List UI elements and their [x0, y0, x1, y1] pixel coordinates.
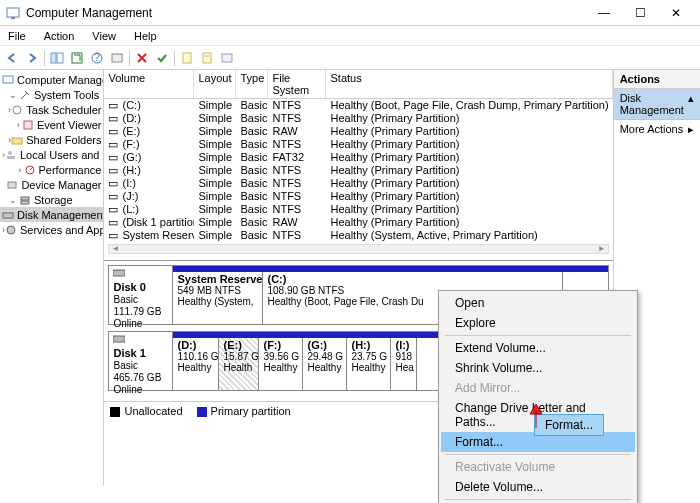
toolbar: ? [0, 46, 700, 70]
partition[interactable]: (D:)110.16 GHealthy [173, 338, 219, 390]
volume-row[interactable]: ▭System Reserved (K:)SimpleBasicNTFSHeal… [104, 229, 612, 242]
folder-icon [11, 133, 23, 146]
svg-rect-3 [57, 53, 63, 63]
partition[interactable]: System Reserve549 MB NTFSHealthy (System… [173, 272, 263, 324]
forward-icon[interactable] [24, 50, 40, 66]
partition[interactable]: (H:)23.75 GHealthy [347, 338, 391, 390]
partition[interactable]: (G:)29.48 GHealthy [303, 338, 347, 390]
refresh-icon[interactable] [69, 50, 85, 66]
chevron-right-icon: ▸ [688, 123, 694, 136]
volume-row[interactable]: ▭(L:)SimpleBasicNTFSHealthy (Primary Par… [104, 203, 612, 216]
svg-rect-14 [24, 121, 32, 129]
show-hide-icon[interactable] [49, 50, 65, 66]
menu-action[interactable]: Action [40, 28, 79, 44]
actions-context[interactable]: Disk Management ▴ [614, 89, 700, 120]
tree-task-scheduler[interactable]: › Task Scheduler [0, 102, 103, 117]
partition[interactable]: (I:)918Hea [391, 338, 417, 390]
tree-performance[interactable]: › Performance [0, 162, 103, 177]
tree-event-viewer[interactable]: › Event Viewer [0, 117, 103, 132]
disk-info[interactable]: Disk 0Basic111.79 GBOnline [109, 266, 173, 324]
tree-shared-folders[interactable]: › Shared Folders [0, 132, 103, 147]
tree-local-users[interactable]: › Local Users and Groups [0, 147, 103, 162]
menu-help[interactable]: Help [130, 28, 161, 44]
navigation-tree: Computer Management (Local ⌄ System Tool… [0, 70, 104, 486]
disk-icon [2, 208, 14, 221]
col-filesystem[interactable]: File System [268, 70, 326, 98]
delete-icon[interactable] [134, 50, 150, 66]
volume-row[interactable]: ▭(Disk 1 partition 2)SimpleBasicRAWHealt… [104, 216, 612, 229]
volume-row[interactable]: ▭(F:)SimpleBasicNTFSHealthy (Primary Par… [104, 138, 612, 151]
titlebar: Computer Management — ☐ ✕ [0, 0, 700, 26]
check-icon[interactable] [154, 50, 170, 66]
svg-rect-21 [21, 197, 29, 200]
svg-rect-12 [3, 76, 13, 83]
svg-point-24 [7, 226, 15, 234]
svg-rect-9 [203, 53, 211, 63]
tree-label: Device Manager [21, 179, 101, 191]
legend-unallocated-label: Unallocated [124, 405, 182, 417]
tree-device-manager[interactable]: Device Manager [0, 177, 103, 192]
svg-line-19 [30, 167, 33, 170]
volume-row[interactable]: ▭(J:)SimpleBasicNTFSHealthy (Primary Par… [104, 190, 612, 203]
context-menu: Open Explore Extend Volume... Shrink Vol… [438, 290, 638, 503]
cm-delete[interactable]: Delete Volume... [441, 477, 635, 497]
actions-more-label: More Actions [620, 123, 684, 136]
volume-row[interactable]: ▭(I:)SimpleBasicNTFSHealthy (Primary Par… [104, 177, 612, 190]
tools-icon [18, 88, 31, 101]
cm-mirror: Add Mirror... [441, 378, 635, 398]
svg-rect-11 [222, 54, 232, 62]
col-layout[interactable]: Layout [194, 70, 236, 98]
window-title: Computer Management [26, 6, 586, 20]
menu-file[interactable]: File [4, 28, 30, 44]
legend-primary-swatch [197, 407, 207, 417]
settings-icon[interactable] [109, 50, 125, 66]
partition[interactable]: (E:)15.87 GHealth [219, 338, 259, 390]
back-icon[interactable] [4, 50, 20, 66]
cm-extend[interactable]: Extend Volume... [441, 338, 635, 358]
collapse-icon[interactable]: ⌄ [8, 90, 18, 100]
col-status[interactable]: Status [326, 70, 612, 98]
menu-view[interactable]: View [88, 28, 120, 44]
tree-root[interactable]: Computer Management (Local [0, 72, 103, 87]
volume-row[interactable]: ▭(E:)SimpleBasicRAWHealthy (Primary Part… [104, 125, 612, 138]
col-volume[interactable]: Volume [104, 70, 194, 98]
close-button[interactable]: ✕ [658, 2, 694, 24]
minimize-button[interactable]: — [586, 2, 622, 24]
tree-label: Storage [34, 194, 73, 206]
collapse-icon[interactable]: ⌄ [8, 195, 18, 205]
volume-row[interactable]: ▭(D:)SimpleBasicNTFSHealthy (Primary Par… [104, 112, 612, 125]
help-icon[interactable]: ? [89, 50, 105, 66]
expand-icon[interactable]: › [16, 165, 24, 175]
cm-explore[interactable]: Explore [441, 313, 635, 333]
properties-icon[interactable] [199, 50, 215, 66]
partition[interactable]: (F:)39.56 GHealthy [259, 338, 303, 390]
svg-rect-25 [113, 270, 125, 276]
disk-info[interactable]: Disk 1Basic465.76 GBOnline [109, 332, 173, 390]
menubar: File Action View Help [0, 26, 700, 46]
col-type[interactable]: Type [236, 70, 268, 98]
actions-more[interactable]: More Actions ▸ [614, 120, 700, 139]
volume-row[interactable]: ▭(H:)SimpleBasicNTFSHealthy (Primary Par… [104, 164, 612, 177]
expand-icon[interactable]: › [15, 120, 22, 130]
cm-open[interactable]: Open [441, 293, 635, 313]
tree-disk-management[interactable]: Disk Management [0, 207, 103, 222]
tree-label: Shared Folders [26, 134, 101, 146]
svg-rect-0 [7, 8, 19, 17]
svg-rect-7 [112, 54, 122, 62]
volume-row[interactable]: ▭(G:)SimpleBasicFAT32Healthy (Primary Pa… [104, 151, 612, 164]
tree-storage[interactable]: ⌄ Storage [0, 192, 103, 207]
volume-row[interactable]: ▭(C:)SimpleBasicNTFSHealthy (Boot, Page … [104, 99, 612, 112]
tree-label: Event Viewer [37, 119, 102, 131]
cm-shrink[interactable]: Shrink Volume... [441, 358, 635, 378]
svg-rect-8 [183, 53, 191, 63]
separator [445, 454, 631, 455]
horizontal-scrollbar[interactable] [108, 244, 608, 254]
tree-label: Performance [39, 164, 102, 176]
tree-system-tools[interactable]: ⌄ System Tools [0, 87, 103, 102]
tree-services[interactable]: › Services and Applications [0, 222, 103, 237]
list-icon[interactable] [219, 50, 235, 66]
new-icon[interactable] [179, 50, 195, 66]
maximize-button[interactable]: ☐ [622, 2, 658, 24]
separator [445, 335, 631, 336]
computer-icon [2, 73, 14, 86]
